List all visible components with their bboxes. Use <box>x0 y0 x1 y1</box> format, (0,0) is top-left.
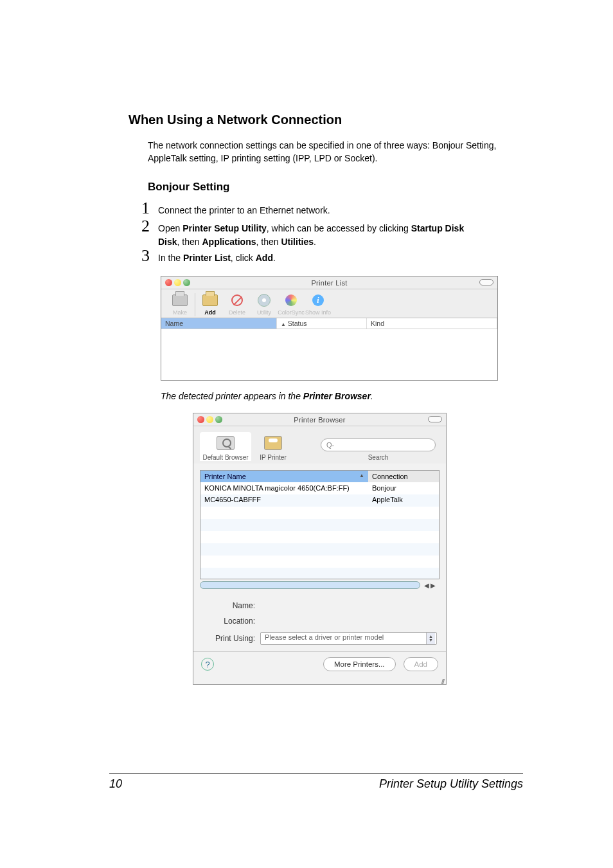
window-titlebar: Printer Browser <box>193 413 446 426</box>
minimize-icon[interactable] <box>174 279 181 286</box>
name-label: Name: <box>202 601 260 610</box>
column-headers: Name ▲ Status Kind <box>161 318 497 329</box>
step-1-number: 1 <box>141 200 158 217</box>
window-title: Printer Browser <box>193 413 446 426</box>
step-2-text: Open Printer Setup Utility, which can be… <box>158 218 464 235</box>
subsection-heading: Bonjour Setting <box>148 181 523 194</box>
window-title: Printer List <box>161 276 497 289</box>
window-titlebar: Printer List <box>161 276 497 289</box>
toolbar-toggle-icon[interactable] <box>479 279 493 285</box>
printer-name-column[interactable]: Printer Name ▲ <box>200 471 368 482</box>
location-label: Location: <box>202 617 260 626</box>
info-icon: i <box>312 294 324 306</box>
detected-printer-note: The detected printer appears in the Prin… <box>161 391 523 401</box>
section-heading: When Using a Network Connection <box>129 113 523 127</box>
help-button[interactable]: ? <box>201 658 214 671</box>
printer-browser-window: Printer Browser Default Browser IP Print… <box>193 413 447 685</box>
printer-icon <box>172 294 188 306</box>
utility-button[interactable]: Utility <box>251 292 278 316</box>
close-icon[interactable] <box>197 416 204 423</box>
colorsync-button[interactable]: ColorSync <box>278 292 305 316</box>
step-1-text: Connect the printer to an Ethernet netwo… <box>158 200 330 217</box>
default-browser-tab[interactable]: Default Browser <box>200 432 251 461</box>
more-printers-button[interactable]: More Printers... <box>323 657 396 671</box>
page-number: 10 <box>109 777 122 791</box>
print-using-select[interactable]: Please select a driver or printer model … <box>260 632 437 645</box>
printer-add-icon <box>202 294 218 306</box>
add-printer-button[interactable]: Add <box>404 657 438 671</box>
step-3-text: In the Printer List, click Add. <box>158 248 276 264</box>
delete-icon <box>231 294 243 306</box>
horizontal-scrollbar[interactable]: ◀ ▶ <box>200 581 440 590</box>
printer-browser-list: Printer Name ▲ Connection KONICA MINOLTA… <box>200 470 440 579</box>
minimize-icon[interactable] <box>206 416 213 423</box>
print-using-label: Print Using: <box>202 634 260 643</box>
step-2-continuation: Startup DiskDisk, then Applications, the… <box>158 236 523 248</box>
toolbar-toggle-icon[interactable] <box>428 416 442 422</box>
printer-list-window: Printer List Make Default Add Delete <box>161 276 498 381</box>
connection-column[interactable]: Connection <box>368 471 439 482</box>
close-icon[interactable] <box>165 279 172 286</box>
colorsync-icon <box>285 294 297 306</box>
add-button[interactable]: Add <box>197 292 224 316</box>
delete-button[interactable]: Delete <box>224 292 251 316</box>
page-footer: 10 Printer Setup Utility Settings <box>109 773 523 791</box>
zoom-icon[interactable] <box>215 416 222 423</box>
intro-paragraph: The network connection settings can be s… <box>148 139 523 165</box>
kind-column[interactable]: Kind <box>367 318 497 329</box>
footer-title: Printer Setup Utility Settings <box>379 777 523 791</box>
name-column[interactable]: Name <box>161 318 277 329</box>
gear-icon <box>258 294 271 307</box>
step-3-number: 3 <box>141 248 158 264</box>
resize-grip-icon[interactable]: /// <box>193 679 446 684</box>
magnifier-icon <box>217 436 235 450</box>
search-input[interactable]: Q- <box>321 439 436 451</box>
list-item[interactable]: KONICA MINOLTA magicolor 4650(CA:BF:FF)B… <box>200 482 439 494</box>
search-label: Search <box>321 454 436 461</box>
printer-list-body[interactable] <box>161 329 497 380</box>
status-column[interactable]: ▲ Status <box>277 318 367 329</box>
chevron-updown-icon: ▲▼ <box>426 633 435 644</box>
zoom-icon[interactable] <box>183 279 190 286</box>
ip-printer-tab[interactable]: IP Printer <box>254 432 292 461</box>
showinfo-button[interactable]: i Show Info <box>305 292 332 316</box>
step-2-number: 2 <box>141 218 158 235</box>
make-default-button[interactable]: Make Default <box>166 292 193 316</box>
list-item[interactable]: MC4650-CABFFFAppleTalk <box>200 494 439 505</box>
ip-printer-icon <box>264 436 282 450</box>
